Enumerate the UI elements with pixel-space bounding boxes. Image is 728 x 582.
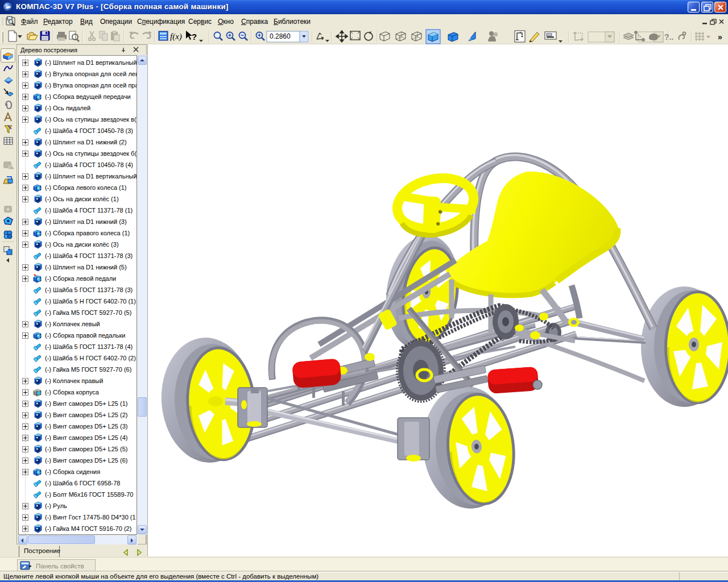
svg-text:?: ? [192,32,197,41]
svg-text:?..: ?.. [664,32,673,41]
svg-text:0.2860: 0.2860 [270,32,291,40]
svg-text:»: » [718,32,722,41]
svg-text:f(x): f(x) [170,32,182,41]
